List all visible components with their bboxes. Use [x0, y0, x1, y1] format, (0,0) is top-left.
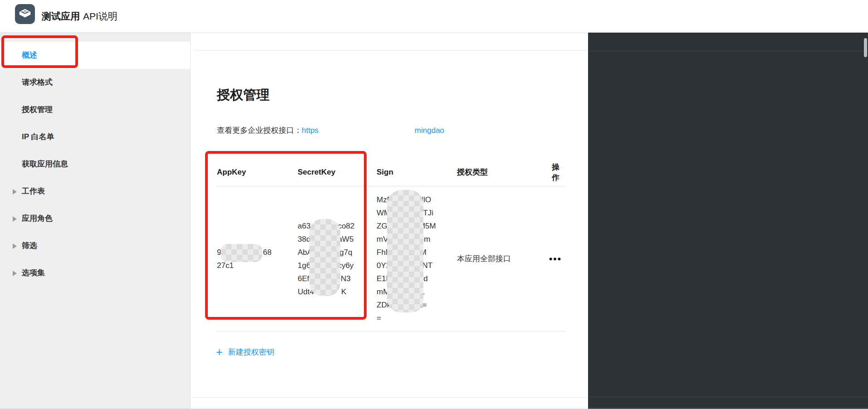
section-title: 授权管理 [217, 86, 270, 104]
mingdao-link[interactable]: mingdao [415, 126, 444, 135]
appkey-redaction-mosaic [221, 244, 262, 262]
sidebar-item[interactable]: 概述 [0, 42, 190, 69]
sidebar-item-label: 请求格式 [22, 78, 53, 87]
secretkey-prefix: 6Ef [298, 274, 309, 283]
auth-table-header-cell: 授权类型 [457, 167, 549, 177]
content-bottom-divider [191, 397, 588, 398]
new-auth-key-label: 新建授权密钥 [228, 347, 275, 357]
secretkey-suffix: g7q [339, 248, 352, 257]
auth-table-header: AppKey SecretKey Sign 授权类型 操作 [217, 158, 566, 186]
appkey-suffix: 68 [263, 248, 271, 257]
secretkey-prefix: 38d [298, 235, 310, 243]
sidebar-item-label: 授权管理 [22, 105, 53, 114]
app-header: 测试应用 API说明 [0, 0, 868, 33]
chevron-right-icon [13, 271, 17, 276]
secretkey-suffix: K [341, 287, 346, 296]
sign-suffix: NT [422, 261, 433, 270]
sidebar-item-label: IP 白名单 [22, 132, 54, 141]
brick-icon [17, 5, 33, 23]
secretkey-suffix: co82 [338, 222, 354, 230]
new-auth-key-button[interactable]: + 新建授权密钥 [216, 346, 275, 358]
app-name: 测试应用 [42, 10, 80, 23]
sign-line: = [377, 312, 457, 325]
page-title: 测试应用 API说明 [42, 0, 118, 32]
chevron-right-icon [13, 189, 17, 195]
secretkey-prefix: 1g6 [298, 261, 310, 270]
sidebar-item-label: 应用角色 [22, 214, 53, 223]
sidebar-item[interactable]: 获取应用信息 [0, 151, 190, 178]
auth-table-header-cell: 操作 [549, 162, 566, 183]
auth-type-cell: 本应用全部接口 [457, 253, 549, 264]
main-content: 授权管理 查看更多企业授权接口：httpsmingdao AppKey Secr… [191, 33, 588, 409]
sidebar-item-label: 工作表 [22, 187, 45, 195]
sidebar-item[interactable]: 选项集 [0, 259, 190, 287]
chevron-right-icon [13, 216, 17, 222]
sidebar-item-label: 选项集 [22, 268, 45, 277]
sign-redaction-mosaic [387, 190, 423, 312]
auth-table-header-cell: Sign [377, 168, 457, 177]
sidebar-item[interactable]: IP 白名单 [0, 123, 190, 151]
app-subtitle: API说明 [83, 10, 118, 23]
secretkey-prefix: a63 [298, 222, 310, 230]
more-actions-icon[interactable]: ••• [549, 253, 562, 264]
page-bottom-edge [0, 408, 868, 409]
sidebar-item[interactable]: 授权管理 [0, 96, 190, 123]
dark-side-panel [588, 33, 868, 409]
auth-table-header-cell: AppKey [217, 168, 298, 177]
dark-panel-bottom-divider [588, 397, 868, 397]
actions-cell: ••• [549, 253, 568, 264]
secretkey-redaction-mosaic [309, 219, 340, 296]
dark-panel-top-divider [588, 51, 868, 51]
sidebar-item-label: 获取应用信息 [22, 160, 68, 168]
sidebar-nav: 概述 请求格式 授权管理 IP 白名单 获取应用信息 工作表 应用角色 [0, 33, 191, 409]
more-auth-line: 查看更多企业授权接口：httpsmingdao [217, 125, 444, 136]
sidebar-item[interactable]: 筛选 [0, 232, 190, 259]
sidebar-item-label: 概述 [22, 51, 37, 59]
app-logo [15, 4, 35, 24]
sidebar-item-label: 筛选 [22, 241, 37, 250]
scrollbar-thumb[interactable] [864, 38, 867, 57]
sign-prefix: = [377, 314, 381, 322]
chevron-right-icon [13, 243, 17, 249]
plus-icon: + [216, 346, 223, 358]
section-divider [194, 50, 588, 51]
https-link[interactable]: https [302, 126, 319, 135]
more-auth-label: 查看更多企业授权接口： [217, 126, 302, 135]
sidebar-item[interactable]: 请求格式 [0, 69, 190, 96]
sidebar-item[interactable]: 应用角色 [0, 205, 190, 232]
sidebar-item[interactable]: 工作表 [0, 178, 190, 205]
auth-table-header-cell: SecretKey [298, 168, 377, 177]
